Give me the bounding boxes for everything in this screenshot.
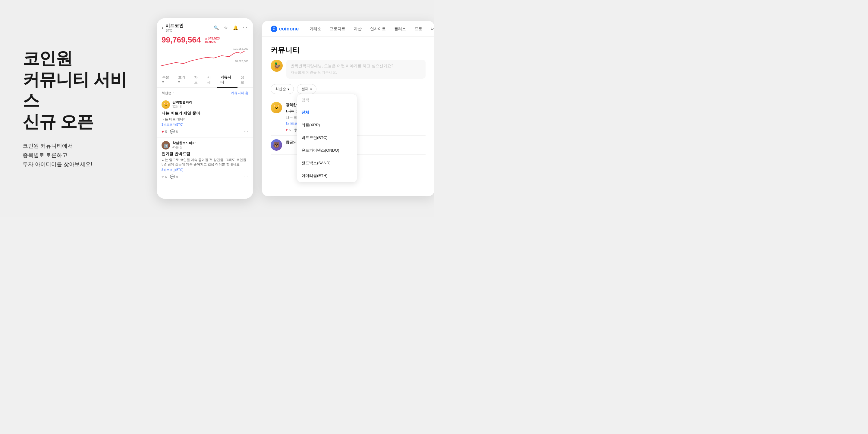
post-tag-1[interactable]: $비트코인(BTC)	[161, 123, 248, 127]
dropdown-item-eth[interactable]: 이더리움(ETH)	[297, 169, 357, 182]
author-info-1: 강력한별자리 32분 전	[173, 100, 192, 109]
sort-label[interactable]: 최신순 ↑	[161, 91, 174, 95]
comment-count-2: 8	[176, 175, 178, 179]
more-btn-1[interactable]: ⋯	[244, 129, 248, 134]
title-line3: 신규 오픈	[23, 112, 93, 131]
compose-placeholder-line1: 반짝반짝파랑새님, 오늘은 어떤 이야기를 하고 싶으신가요?	[290, 63, 421, 69]
sort-text: 최신순	[161, 91, 172, 95]
more-btn-2[interactable]: ⋯	[244, 174, 248, 180]
compose-area: 🦆 반짝반짝파랑새님, 오늘은 어떤 이야기를 하고 싶으신가요? 자유롭게 의…	[271, 60, 426, 79]
like-count-1: 5	[165, 130, 167, 133]
price-change-pct: +0.95%	[204, 40, 220, 44]
sub-description: 코인원 커뮤니티에서 종목별로 토론하고 투자 아이디어를 찾아보세요!	[23, 141, 127, 169]
dropdown-item-xrp[interactable]: 리플(XRP)	[297, 119, 357, 131]
community-header: 최신순 ↑ 커뮤니티 홈	[157, 88, 253, 97]
star-icon[interactable]: ☆	[222, 24, 229, 31]
comment-btn-2[interactable]: 💬 8	[170, 175, 178, 179]
phone-mockup: ‹ 비트코인 BTC 🔍 ☆ 🔔 ⋯ 99,769,564 ▲843,523 +…	[157, 18, 253, 199]
compose-avatar: 🦆	[271, 60, 283, 72]
sort-filter-label: 최신순	[275, 87, 286, 92]
dropdown-item-sand[interactable]: 샌드박스(SAND)	[297, 157, 357, 169]
post-content-1: 나는 비트 매니아~~~	[161, 117, 248, 121]
like-count-2: 6	[165, 175, 167, 179]
nav-pro[interactable]: 프로	[414, 26, 422, 32]
post-tag-2[interactable]: $비트코인(BTC)	[161, 168, 248, 172]
sort-chevron-icon: ▾	[287, 87, 289, 91]
category-chevron-icon: ▾	[310, 87, 312, 91]
desktop-content: 커뮤니티 🦆 반짝반짝파랑새님, 오늘은 어떤 이야기를 하고 싶으신가요? 자…	[262, 37, 434, 196]
phone-header: ‹ 비트코인 BTC 🔍 ☆ 🔔 ⋯	[157, 18, 253, 32]
tab-community[interactable]: 커뮤니티	[217, 72, 238, 87]
title-line1: 코인원	[23, 49, 72, 68]
post-item-1: 🐱 강력한별자리 32분 전 나는 비트가 제일 좋아 나는 비트 매니아~~~…	[157, 97, 253, 138]
desktop-heart-icon-1: ♥	[286, 128, 288, 132]
nav-more[interactable]: 서...	[431, 26, 434, 32]
compose-input[interactable]: 반짝반짝파랑새님, 오늘은 어떤 이야기를 하고 싶으신가요? 자유롭게 의견을…	[286, 60, 426, 79]
dropdown-item-btc[interactable]: 비트코인(BTC)	[297, 131, 357, 144]
back-button[interactable]: ‹	[161, 25, 163, 30]
like-btn-1[interactable]: ♥ 5	[161, 129, 167, 134]
logo-circle: C	[271, 26, 277, 32]
tab-order[interactable]: 주문 ▾	[159, 72, 175, 87]
author-avatar-2: 🤖	[161, 141, 170, 150]
category-filter-btn[interactable]: 전체 ▾	[297, 84, 316, 94]
compose-placeholder-line2: 자유롭게 의견을 남겨주세요.	[290, 70, 421, 75]
author-time-1: 32분 전	[173, 104, 192, 109]
filter-row: 최신순 ▾ 전체 ▾ 검색 전체 리플(XRP) 비트코인(BTC) 온도파이낸…	[271, 84, 426, 94]
nav-exchange[interactable]: 거래소	[310, 26, 321, 32]
price-section: 99,769,564 ▲843,523 +0.95%	[157, 32, 253, 47]
post-title-2[interactable]: 인기글 반박드림	[161, 151, 248, 157]
post-author-2: 🤖 착실한보드마카 45분 전	[161, 141, 248, 150]
tab-info[interactable]: 정보	[238, 72, 251, 87]
desktop-like-1[interactable]: ♥ 5	[286, 128, 291, 132]
more-icon[interactable]: ⋯	[242, 24, 248, 31]
chart-area: 101,958,000 98,828,000	[157, 47, 253, 71]
comment-count-1: 8	[176, 130, 178, 133]
post-actions-2: ♥ 6 💬 8 ⋯	[161, 174, 248, 180]
price-change-abs: ▲843,523	[204, 36, 220, 40]
desc-line2: 종목별로 토론하고	[23, 152, 67, 158]
desktop-mockup: C coinone 거래소 프로차트 자산 인사이트 플러스 프로 서... 커…	[262, 21, 434, 196]
like-btn-2[interactable]: ♥ 6	[161, 175, 167, 179]
author-time-2: 45분 전	[173, 145, 195, 150]
main-price: 99,769,564	[161, 35, 201, 44]
sort-filter-btn[interactable]: 최신순 ▾	[271, 84, 294, 94]
sort-arrows: ↑	[173, 91, 174, 95]
tab-orderbook[interactable]: 호가 ▾	[175, 72, 191, 87]
nav-insight[interactable]: 인사이트	[370, 26, 386, 32]
heart-icon-2: ♥	[161, 175, 164, 179]
chat-icon-2: 💬	[170, 175, 175, 179]
dropdown-item-all[interactable]: 전체	[297, 106, 357, 119]
comment-btn-1[interactable]: 💬 8	[170, 129, 178, 134]
author-info-2: 착실한보드마카 45분 전	[173, 141, 195, 150]
nav-plus[interactable]: 플러스	[394, 26, 406, 32]
dropdown-search-field[interactable]: 검색	[297, 94, 357, 106]
category-dropdown-menu: 검색 전체 리플(XRP) 비트코인(BTC) 온도파이낸스(ONDO) 샌드박…	[297, 94, 357, 182]
nav-assets[interactable]: 자산	[354, 26, 362, 32]
post-item-2: 🤖 착실한보드마카 45분 전 인기글 반박드림 나는 앞으로 코인원 계속 좋…	[157, 138, 253, 183]
post-title-1[interactable]: 나는 비트가 제일 좋아	[161, 111, 248, 116]
price-change-block: ▲843,523 +0.95%	[204, 35, 220, 44]
desktop-avatar-1: 🐱	[271, 102, 282, 113]
desktop-avatar-2: 🐻	[271, 139, 282, 151]
heart-icon-1: ♥	[161, 129, 164, 134]
community-home-link[interactable]: 커뮤니티 홈	[231, 91, 248, 95]
tab-chart[interactable]: 차트	[191, 72, 204, 87]
category-filter-label: 전체	[301, 87, 309, 92]
desc-line3: 투자 아이디어를 찾아보세요!	[23, 161, 92, 167]
dropdown-item-ondo[interactable]: 온도파이낸스(ONDO)	[297, 144, 357, 157]
page-container: 코인원 커뮤니티 서비스 신규 오픈 코인원 커뮤니티에서 종목별로 토론하고 …	[0, 0, 434, 217]
desktop-nav: C coinone 거래소 프로차트 자산 인사이트 플러스 프로 서...	[262, 21, 434, 37]
phone-coin-ticker: BTC	[165, 29, 210, 32]
tab-price[interactable]: 시세	[204, 72, 217, 87]
left-section: 코인원 커뮤니티 서비스 신규 오픈 코인원 커뮤니티에서 종목별로 토론하고 …	[0, 30, 145, 187]
chart-labels: 101,958,000 98,828,000	[233, 47, 248, 63]
nav-prochart[interactable]: 프로차트	[330, 26, 345, 32]
phone-tabs: 주문 ▾ 호가 ▾ 차트 시세 커뮤니티 정보	[157, 72, 253, 88]
search-icon[interactable]: 🔍	[213, 24, 219, 31]
author-name-1: 강력한별자리	[173, 100, 192, 104]
post-content-2: 나는 앞으로 코인원 계속 좋아질 것 같긴함. 그래도 코인원 5년 넘게 썼…	[161, 158, 248, 167]
community-title-desktop: 커뮤니티	[271, 45, 426, 55]
bell-icon[interactable]: 🔔	[232, 24, 239, 31]
chart-low: 98,828,000	[233, 59, 248, 63]
